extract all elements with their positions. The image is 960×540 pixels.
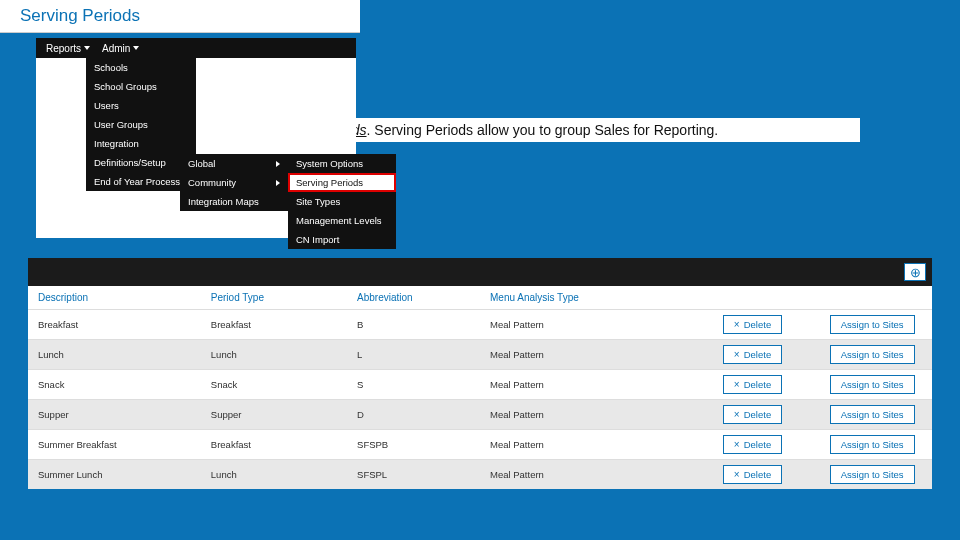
add-icon: ⊕ [910, 265, 921, 280]
table-body: BreakfastBreakfastBMeal Pattern×DeleteAs… [28, 309, 932, 489]
table-row[interactable]: LunchLunchLMeal Pattern×DeleteAssign to … [28, 339, 932, 369]
delete-button[interactable]: ×Delete [723, 435, 782, 454]
caret-down-icon [84, 46, 90, 50]
delete-button[interactable]: ×Delete [723, 405, 782, 424]
menu-item-site-types[interactable]: Site Types [288, 192, 396, 211]
cell-description: Breakfast [28, 309, 201, 339]
definitions-label: Definitions/Setup [94, 157, 166, 168]
community-label: Community [188, 177, 236, 188]
instruction-suffix: . Serving Periods allow you to group Sal… [367, 122, 719, 138]
menu-item-school-groups[interactable]: School Groups [86, 77, 196, 96]
menu-item-user-groups[interactable]: User Groups [86, 115, 196, 134]
x-icon: × [734, 439, 740, 450]
x-icon: × [734, 469, 740, 480]
delete-label: Delete [744, 409, 771, 420]
cell-description: Snack [28, 369, 201, 399]
global-dropdown: System Options Serving Periods Site Type… [288, 154, 396, 249]
cell-description: Supper [28, 399, 201, 429]
cell-description: Summer Lunch [28, 459, 201, 489]
menu-item-integration-maps[interactable]: Integration Maps [180, 192, 288, 211]
cell-menu-analysis-type: Meal Pattern [480, 309, 693, 339]
assign-to-sites-button[interactable]: Assign to Sites [830, 315, 915, 334]
col-description[interactable]: Description [28, 286, 201, 309]
table-toolbar: ⊕ [28, 258, 932, 286]
delete-button[interactable]: ×Delete [723, 465, 782, 484]
delete-label: Delete [744, 379, 771, 390]
x-icon: × [734, 379, 740, 390]
col-abbreviation[interactable]: Abbreviation [347, 286, 480, 309]
cell-abbreviation: B [347, 309, 480, 339]
menu-item-cn-import[interactable]: CN Import [288, 230, 396, 249]
cell-abbreviation: L [347, 339, 480, 369]
caret-down-icon [133, 46, 139, 50]
cell-menu-analysis-type: Meal Pattern [480, 339, 693, 369]
menu-admin[interactable]: Admin [96, 41, 145, 56]
table-row[interactable]: Summer LunchLunchSFSPLMeal Pattern×Delet… [28, 459, 932, 489]
cell-period-type: Lunch [201, 459, 347, 489]
cell-period-type: Lunch [201, 339, 347, 369]
assign-to-sites-button[interactable]: Assign to Sites [830, 405, 915, 424]
menu-item-management-levels[interactable]: Management Levels [288, 211, 396, 230]
cell-period-type: Breakfast [201, 429, 347, 459]
x-icon: × [734, 319, 740, 330]
col-menu-analysis-type[interactable]: Menu Analysis Type [480, 286, 693, 309]
delete-label: Delete [744, 349, 771, 360]
x-icon: × [734, 349, 740, 360]
definitions-dropdown: Global Community Integration Maps [180, 154, 288, 211]
delete-button[interactable]: ×Delete [723, 345, 782, 364]
table-row[interactable]: SnackSnackSMeal Pattern×DeleteAssign to … [28, 369, 932, 399]
add-button[interactable]: ⊕ [904, 263, 926, 281]
menu-item-global[interactable]: Global [180, 154, 288, 173]
delete-button[interactable]: ×Delete [723, 375, 782, 394]
menu-item-serving-periods[interactable]: Serving Periods [288, 173, 396, 192]
delete-label: Delete [744, 469, 771, 480]
menu-screenshot: Reports Admin Schools School Groups User… [36, 38, 356, 238]
cell-abbreviation: D [347, 399, 480, 429]
arrow-right-icon [276, 180, 280, 186]
assign-to-sites-button[interactable]: Assign to Sites [830, 345, 915, 364]
assign-to-sites-button[interactable]: Assign to Sites [830, 465, 915, 484]
menu-item-community[interactable]: Community [180, 173, 288, 192]
cell-period-type: Supper [201, 399, 347, 429]
menu-item-integration[interactable]: Integration [86, 134, 196, 153]
menu-item-users[interactable]: Users [86, 96, 196, 115]
table-row[interactable]: BreakfastBreakfastBMeal Pattern×DeleteAs… [28, 309, 932, 339]
assign-to-sites-button[interactable]: Assign to Sites [830, 435, 915, 454]
global-label: Global [188, 158, 215, 169]
col-period-type[interactable]: Period Type [201, 286, 347, 309]
menu-item-schools[interactable]: Schools [86, 58, 196, 77]
serving-periods-table: ⊕ Description Period Type Abbreviation M… [28, 258, 932, 489]
page-title: Serving Periods [0, 0, 360, 33]
delete-label: Delete [744, 439, 771, 450]
cell-menu-analysis-type: Meal Pattern [480, 429, 693, 459]
arrow-right-icon [276, 161, 280, 167]
menu-reports-label: Reports [46, 43, 81, 54]
table-row[interactable]: Summer BreakfastBreakfastSFSPBMeal Patte… [28, 429, 932, 459]
cell-abbreviation: SFSPL [347, 459, 480, 489]
cell-abbreviation: S [347, 369, 480, 399]
cell-description: Lunch [28, 339, 201, 369]
cell-period-type: Snack [201, 369, 347, 399]
table-row[interactable]: SupperSupperDMeal Pattern×DeleteAssign t… [28, 399, 932, 429]
menu-reports[interactable]: Reports [40, 41, 96, 56]
cell-menu-analysis-type: Meal Pattern [480, 399, 693, 429]
table-header: Description Period Type Abbreviation Men… [28, 286, 932, 309]
cell-period-type: Breakfast [201, 309, 347, 339]
menu-item-system-options[interactable]: System Options [288, 154, 396, 173]
cell-menu-analysis-type: Meal Pattern [480, 459, 693, 489]
delete-label: Delete [744, 319, 771, 330]
menu-admin-label: Admin [102, 43, 130, 54]
menu-bar: Reports Admin [36, 38, 356, 58]
assign-to-sites-button[interactable]: Assign to Sites [830, 375, 915, 394]
cell-description: Summer Breakfast [28, 429, 201, 459]
cell-abbreviation: SFSPB [347, 429, 480, 459]
cell-menu-analysis-type: Meal Pattern [480, 369, 693, 399]
x-icon: × [734, 409, 740, 420]
delete-button[interactable]: ×Delete [723, 315, 782, 334]
